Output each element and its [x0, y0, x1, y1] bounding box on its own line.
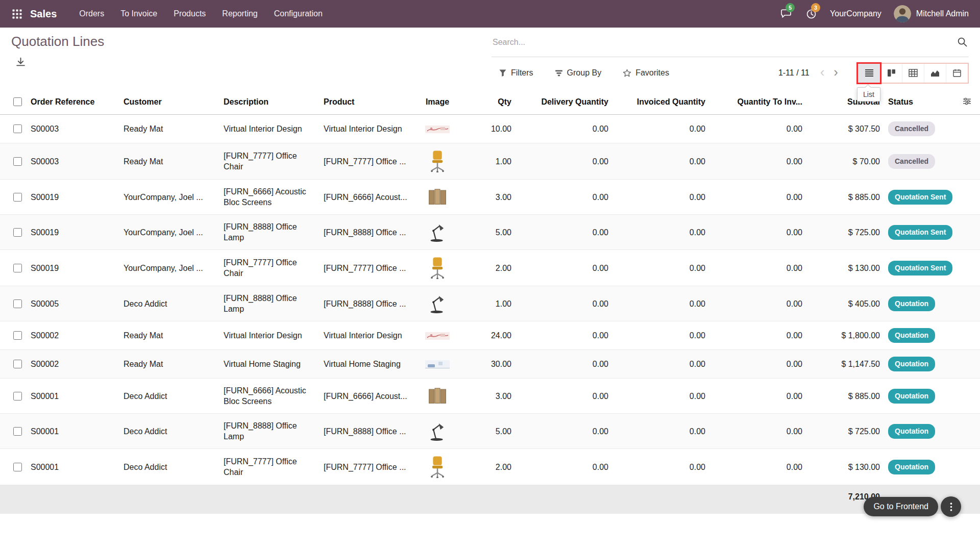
qty-cell: 2.00 [453, 449, 513, 485]
description-cell: [FURN_8888] Office Lamp [222, 215, 322, 250]
status-badge: Quotation [888, 357, 935, 371]
breadcrumb-area: Quotation Lines [0, 28, 492, 89]
qty-cell: 1.00 [453, 286, 513, 321]
quantity-to-invoice-cell: 0.00 [707, 350, 804, 379]
table-row[interactable]: S00001 Deco Addict [FURN_7777] Office Ch… [0, 449, 980, 485]
order-reference-cell: S00019 [29, 250, 121, 286]
delivery-quantity-cell: 0.00 [513, 449, 610, 485]
messages-button[interactable]: 5 [779, 8, 793, 20]
col-header-status[interactable]: Status [882, 89, 960, 115]
table-row[interactable]: S00019 YourCompany, Joel ... [FURN_6666]… [0, 180, 980, 215]
row-checkbox[interactable] [13, 463, 22, 471]
nav-item-products[interactable]: Products [166, 5, 213, 23]
row-checkbox[interactable] [13, 360, 22, 368]
office-lamp-image [427, 221, 448, 243]
quotation-lines-table: Order Reference Customer Description Pro… [0, 89, 980, 514]
graph-view-button[interactable] [924, 64, 946, 83]
table-row[interactable]: S00019 YourCompany, Joel ... [FURN_7777]… [0, 250, 980, 286]
col-header-qty[interactable]: Qty [453, 89, 513, 115]
pivot-view-button[interactable] [902, 64, 924, 83]
row-checkbox[interactable] [13, 124, 22, 133]
order-reference-cell: S00003 [29, 143, 121, 180]
virtual-interior-design-image [425, 126, 450, 133]
activities-button[interactable]: 3 [805, 8, 818, 20]
table-row[interactable]: S00001 Deco Addict [FURN_6666] Acoustic … [0, 379, 980, 414]
table-row[interactable]: S00002 Ready Mat Virtual Home Staging Vi… [0, 350, 980, 379]
go-to-frontend-button[interactable]: Go to Frontend [864, 497, 938, 516]
col-header-delivery-quantity[interactable]: Delivery Quantity [513, 89, 610, 115]
export-download-button[interactable] [11, 54, 30, 70]
table-row[interactable]: S00003 Ready Mat [FURN_7777] Office Chai… [0, 143, 980, 180]
next-page-button[interactable]: › [829, 65, 843, 81]
quantity-to-invoice-cell: 0.00 [707, 215, 804, 250]
table-row[interactable]: S00019 YourCompany, Joel ... [FURN_8888]… [0, 215, 980, 250]
apps-menu-button[interactable] [9, 6, 25, 22]
row-checkbox[interactable] [13, 331, 22, 340]
col-header-product[interactable]: Product [322, 89, 422, 115]
nav-item-orders[interactable]: Orders [72, 5, 111, 23]
odoo-screen: Sales Orders To Invoice Products Reporti… [0, 0, 980, 551]
col-header-image[interactable]: Image [422, 89, 453, 115]
filters-button[interactable]: Filters [493, 64, 540, 82]
row-checkbox[interactable] [13, 228, 22, 237]
office-lamp-image [427, 293, 448, 314]
qty-cell: 1.00 [453, 143, 513, 180]
row-checkbox[interactable] [13, 193, 22, 202]
download-icon [15, 57, 26, 67]
kebab-menu-icon [950, 503, 952, 511]
col-header-order-reference[interactable]: Order Reference [29, 89, 121, 115]
quantity-to-invoice-cell: 0.00 [707, 286, 804, 321]
favorites-button[interactable]: Favorites [617, 64, 675, 82]
list-view-button[interactable] [858, 64, 880, 83]
user-menu[interactable]: Mitchell Admin [894, 5, 969, 22]
description-cell: [FURN_7777] Office Chair [222, 250, 322, 286]
product-cell: [FURN_6666] Acoust... [322, 379, 422, 414]
customer-cell: Deco Addict [121, 379, 222, 414]
calendar-view-button[interactable] [946, 64, 968, 83]
description-cell: [FURN_6666] Acoustic Bloc Screens [222, 379, 322, 414]
col-header-quantity-to-invoice[interactable]: Quantity To Inv... [707, 89, 804, 115]
nav-item-to-invoice[interactable]: To Invoice [113, 5, 164, 23]
qty-cell: 10.00 [453, 115, 513, 143]
group-by-label: Group By [567, 68, 602, 78]
previous-page-button[interactable]: ‹ [816, 65, 829, 81]
row-checkbox[interactable] [13, 427, 22, 436]
delivery-quantity-cell: 0.00 [513, 379, 610, 414]
select-all-checkbox[interactable] [13, 97, 22, 106]
quantity-to-invoice-cell: 0.00 [707, 180, 804, 215]
top-navbar: Sales Orders To Invoice Products Reporti… [0, 0, 980, 28]
description-cell: Virtual Interior Design [222, 321, 322, 350]
search-panel: Filters Group By Favorites 1-11 / 11 ‹ › [492, 28, 980, 89]
control-panel: Quotation Lines Filters [0, 28, 980, 89]
customer-cell: YourCompany, Joel ... [121, 215, 222, 250]
customer-cell: Ready Mat [121, 143, 222, 180]
nav-item-configuration[interactable]: Configuration [267, 5, 330, 23]
search-input[interactable] [492, 37, 956, 47]
acoustic-screens-image [427, 386, 448, 406]
table-row[interactable]: S00002 Ready Mat Virtual Interior Design… [0, 321, 980, 350]
table-row[interactable]: S00001 Deco Addict [FURN_8888] Office La… [0, 414, 980, 449]
row-checkbox[interactable] [13, 392, 22, 400]
group-by-button[interactable]: Group By [549, 64, 608, 82]
row-checkbox[interactable] [13, 299, 22, 308]
customer-cell: Ready Mat [121, 321, 222, 350]
app-name[interactable]: Sales [30, 8, 57, 20]
col-header-customer[interactable]: Customer [121, 89, 222, 115]
col-header-description[interactable]: Description [222, 89, 322, 115]
calendar-icon [953, 69, 961, 77]
row-checkbox[interactable] [13, 157, 22, 166]
row-checkbox[interactable] [13, 264, 22, 272]
search-submit-button[interactable] [956, 35, 969, 49]
table-row[interactable]: S00005 Deco Addict [FURN_8888] Office La… [0, 286, 980, 321]
company-switcher[interactable]: YourCompany [830, 9, 881, 18]
nav-item-reporting[interactable]: Reporting [215, 5, 264, 23]
filters-label: Filters [511, 68, 533, 78]
col-header-invoiced-quantity[interactable]: Invoiced Quantity [610, 89, 707, 115]
optional-columns-button[interactable] [962, 96, 972, 106]
invoiced-quantity-cell: 0.00 [610, 414, 707, 449]
main-menu: Orders To Invoice Products Reporting Con… [72, 5, 330, 23]
kanban-view-button[interactable] [880, 64, 902, 83]
navbar-systray: 5 3 YourCompany Mitchell Admin [779, 5, 969, 22]
table-row[interactable]: S00003 Ready Mat Virtual Interior Design… [0, 115, 980, 143]
frontend-more-button[interactable] [941, 496, 961, 517]
